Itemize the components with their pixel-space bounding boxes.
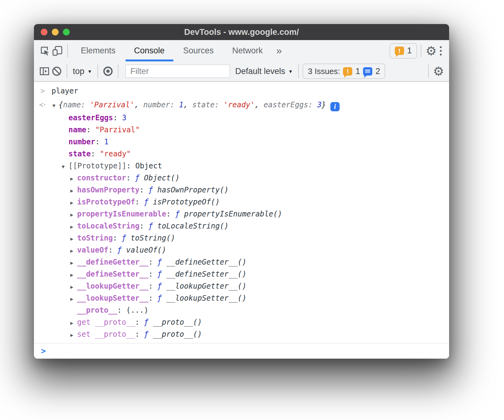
token: , xyxy=(255,101,264,109)
property-value: valueOf() xyxy=(126,246,166,254)
property-value: __defineGetter__() xyxy=(166,258,246,266)
token: : xyxy=(126,162,135,170)
triangle-right-icon[interactable]: ▶ xyxy=(70,281,77,293)
issues-summary-button[interactable]: 3 Issues: ! 1 2 xyxy=(303,64,385,79)
object-property-row: state: "ready" xyxy=(34,148,449,160)
console-prompt[interactable]: > xyxy=(34,343,449,358)
property-value: "Parzival" xyxy=(95,126,140,134)
triangle-right-icon[interactable]: ▶ xyxy=(70,269,77,281)
function-symbol: ƒ xyxy=(144,330,153,339)
token: : xyxy=(113,234,122,242)
issue-message-icon xyxy=(363,67,372,76)
object-property-row: ▶__defineGetter__: ƒ __defineGetter__() xyxy=(34,256,449,268)
tab-elements[interactable]: Elements xyxy=(72,40,125,61)
object-property-row: ▶get __proto__: ƒ __proto__() xyxy=(34,316,449,328)
token: name xyxy=(63,101,81,109)
property-key: isPrototypeOf xyxy=(77,198,135,206)
triangle-right-icon[interactable]: ▶ xyxy=(70,257,77,269)
warn-count: 1 xyxy=(355,67,360,76)
property-value: __lookupGetter__() xyxy=(166,282,246,290)
filter-input[interactable] xyxy=(125,64,230,78)
token: : xyxy=(108,246,117,254)
close-button[interactable] xyxy=(41,29,48,35)
triangle-right-icon[interactable]: ▶ xyxy=(70,185,77,197)
tab-network[interactable]: Network xyxy=(223,40,272,61)
context-label: top xyxy=(73,67,85,76)
live-expression-eye-icon[interactable] xyxy=(102,65,114,77)
function-symbol: ƒ xyxy=(157,258,166,266)
triangle-right-icon[interactable]: ▶ xyxy=(70,197,77,209)
function-symbol: ƒ xyxy=(148,222,157,230)
token: : xyxy=(148,294,157,303)
clear-console-icon[interactable] xyxy=(51,65,63,77)
property-key: hasOwnProperty xyxy=(77,186,139,194)
property-key: number xyxy=(68,138,95,146)
property-value: __proto__() xyxy=(153,318,202,327)
property-key: [[Prototype]] xyxy=(68,162,126,170)
token: : xyxy=(135,198,144,206)
titlebar: DevTools - www.google.com/ xyxy=(34,24,449,40)
token: : xyxy=(308,101,317,109)
prompt-chevron-icon: > xyxy=(41,346,46,356)
console-entries: >player<·▼{name: 'Parzival', number: 1, … xyxy=(34,84,449,340)
triangle-right-icon[interactable]: ▶ xyxy=(70,317,77,329)
property-value: "ready" xyxy=(100,150,131,158)
tab-sources[interactable]: Sources xyxy=(174,40,223,61)
context-dropdown[interactable]: top ▼ xyxy=(71,67,94,76)
console-toolbar: top ▼ Default levels ▼ 3 Issues: ! 1 2 ⚙ xyxy=(34,61,449,82)
token: : xyxy=(86,126,95,134)
property-value: Object() xyxy=(144,174,180,182)
triangle-right-icon[interactable]: ▶ xyxy=(70,173,77,185)
triangle-right-icon[interactable]: ▶ xyxy=(70,245,77,257)
token: : xyxy=(148,258,157,266)
property-key: __proto__ xyxy=(77,306,117,315)
function-symbol: ƒ xyxy=(175,210,184,218)
issues-badge-button[interactable]: ! 1 xyxy=(390,43,417,59)
object-property-row: name: "Parzival" xyxy=(34,124,449,136)
object-property-row: ▶__defineSetter__: ƒ __defineSetter__() xyxy=(34,268,449,280)
property-value: __proto__() xyxy=(153,330,202,339)
property-value: Object xyxy=(135,162,162,170)
token: : xyxy=(126,174,135,182)
zoom-button[interactable] xyxy=(63,29,70,35)
divider xyxy=(67,44,68,58)
minimize-button[interactable] xyxy=(52,29,59,35)
triangle-right-icon[interactable]: ▶ xyxy=(70,221,77,233)
tab-console[interactable]: Console xyxy=(125,40,174,61)
divider xyxy=(118,64,118,78)
issues-count: 1 xyxy=(407,46,412,56)
triangle-right-icon[interactable]: ▶ xyxy=(70,293,77,305)
triangle-right-icon[interactable]: ▶ xyxy=(70,329,77,341)
settings-gear-icon[interactable]: ⚙ xyxy=(425,45,437,57)
device-toolbar-icon[interactable] xyxy=(51,45,64,57)
property-value: propertyIsEnumerable() xyxy=(184,210,282,218)
triangle-down-icon[interactable]: ▼ xyxy=(52,99,59,113)
console-sidebar-icon[interactable] xyxy=(38,65,51,77)
property-key: easterEggs xyxy=(68,113,113,122)
triangle-down-icon[interactable]: ▼ xyxy=(62,161,68,173)
triangle-right-icon[interactable]: ▶ xyxy=(70,233,77,245)
object-property-row: easterEggs: 3 xyxy=(34,112,449,124)
token: : xyxy=(139,222,148,230)
object-property-row: ▶__lookupSetter__: ƒ __lookupSetter__() xyxy=(34,292,449,304)
function-symbol: ƒ xyxy=(144,198,153,206)
console-settings-gear-icon[interactable]: ⚙ xyxy=(432,65,445,77)
more-tabs-icon[interactable]: » xyxy=(272,45,286,56)
info-icon[interactable]: i xyxy=(330,102,340,111)
property-key: propertyIsEnumerable xyxy=(77,210,166,218)
token: state xyxy=(192,101,215,109)
inspect-element-icon[interactable] xyxy=(39,45,51,57)
property-key: valueOf xyxy=(77,246,108,254)
console-result-row: <·▼{name: 'Parzival', number: 1, state: … xyxy=(34,98,449,112)
command-chevron-icon: > xyxy=(40,84,52,98)
property-value: toString() xyxy=(130,234,175,242)
object-property-row: ▶__lookupGetter__: ƒ __lookupGetter__() xyxy=(34,280,449,292)
token: : xyxy=(139,186,148,194)
triangle-right-icon[interactable]: ▶ xyxy=(70,209,77,221)
window-title: DevTools - www.google.com/ xyxy=(184,27,299,37)
token: 'ready' xyxy=(224,101,255,109)
object-property-row: ▶toLocaleString: ƒ toLocaleString() xyxy=(34,220,449,232)
kebab-menu-icon[interactable] xyxy=(437,46,444,56)
log-levels-dropdown[interactable]: Default levels ▼ xyxy=(233,67,295,76)
object-property-row: ▶toString: ƒ toString() xyxy=(34,232,449,244)
